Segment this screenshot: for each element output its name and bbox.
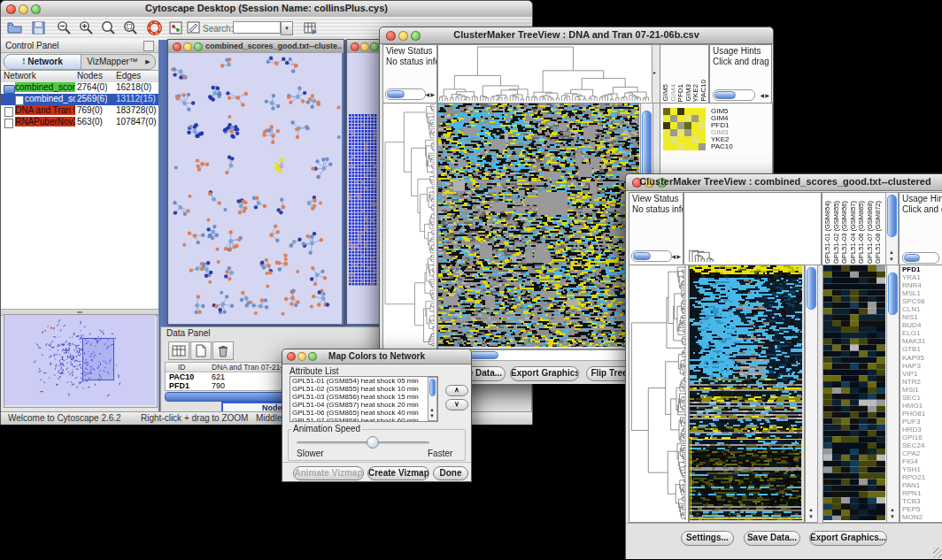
save-data-button[interactable]: Save Data... bbox=[744, 531, 800, 546]
tv2-hints-scrollbar[interactable] bbox=[902, 252, 939, 264]
tv2-heatmap-vscrollbar[interactable]: ▲ ▼ bbox=[805, 265, 818, 523]
gene-label[interactable]: CLN1 bbox=[900, 305, 942, 313]
scroll-left-icon[interactable]: ◀ bbox=[425, 92, 429, 98]
gene-label[interactable]: NIS1 bbox=[900, 313, 942, 321]
export-graphics-button[interactable]: Export Graphics... bbox=[510, 366, 579, 381]
data-col-id[interactable]: ID bbox=[178, 363, 186, 372]
gene-label[interactable]: HRD3 bbox=[900, 426, 942, 433]
gene-label[interactable]: RPN1 bbox=[900, 489, 942, 497]
tv2-column-dendrogram[interactable] bbox=[683, 192, 822, 265]
attribute-list-item[interactable]: GPL51-01 (GSM854) heat shock 05 min bbox=[290, 377, 437, 385]
network-row-selected[interactable]: combined_sco 2569(6) 13112(15) bbox=[1, 94, 158, 105]
gene-label[interactable]: VIP1 bbox=[900, 370, 942, 378]
zoom-in-icon[interactable] bbox=[78, 19, 95, 36]
animate-vizmap-button[interactable]: Animate Vizmap bbox=[293, 466, 364, 480]
gene-label[interactable]: YSH1 bbox=[900, 465, 942, 473]
scroll-down-icon[interactable]: ▼ bbox=[890, 514, 895, 520]
scroll-up-icon[interactable]: ▲ bbox=[890, 507, 895, 513]
close-button[interactable] bbox=[173, 42, 181, 51]
gene-label[interactable]: RPO21 bbox=[900, 473, 942, 481]
gene-label[interactable]: MAK31 bbox=[900, 337, 942, 345]
scroll-right-icon[interactable]: ▶ bbox=[676, 254, 681, 260]
network-row-dna-tran[interactable]: DNA and Tran 07 769(0) 183728(0) bbox=[1, 105, 158, 117]
data-col-attr[interactable]: DNA and Tran 07-21-06 bbox=[212, 363, 291, 372]
scroll-up-icon[interactable]: ▲ bbox=[889, 249, 894, 256]
done-button[interactable]: Done bbox=[433, 466, 468, 480]
tv1-heatmap[interactable] bbox=[437, 103, 642, 349]
attribute-list-item[interactable]: GPL51-06 (GSM865) heat shock 40 min bbox=[290, 409, 437, 417]
new-attribute-icon[interactable] bbox=[190, 341, 212, 360]
col-header-edges[interactable]: Edges bbox=[116, 71, 141, 81]
treeview1-titlebar[interactable]: ClusterMaker TreeView : DNA and Tran 07-… bbox=[380, 27, 773, 44]
attribute-list-item[interactable]: GPL51-02 (GSM855) heat shock 10 min bbox=[290, 385, 437, 393]
gene-label[interactable]: PFD1 bbox=[900, 265, 942, 273]
move-up-button[interactable]: ∧ bbox=[445, 385, 468, 396]
scroll-down-icon[interactable]: ▼ bbox=[808, 514, 814, 520]
annotation-icon[interactable] bbox=[185, 19, 202, 36]
help-ring-icon[interactable] bbox=[146, 19, 163, 36]
attribute-select-icon[interactable] bbox=[168, 341, 189, 360]
gene-label[interactable]: TCB3 bbox=[900, 497, 942, 505]
gene-label[interactable]: HMG1 bbox=[900, 402, 942, 410]
tv2-zoom-heatmap[interactable] bbox=[822, 265, 888, 523]
animation-speed-slider-track[interactable] bbox=[297, 441, 429, 444]
scroll-up-icon[interactable]: ▲ bbox=[429, 407, 435, 413]
gene-label[interactable]: YRA1 bbox=[900, 273, 942, 281]
tv1-row-dendrogram[interactable] bbox=[382, 103, 437, 349]
gene-label[interactable]: PAN1 bbox=[900, 481, 942, 489]
birdseye-viewport[interactable] bbox=[82, 338, 114, 380]
animation-speed-slider-thumb[interactable] bbox=[367, 436, 379, 449]
gene-label[interactable]: SEC1 bbox=[900, 394, 942, 402]
dense-network-canvas[interactable] bbox=[347, 53, 379, 324]
gene-label[interactable]: GTB1 bbox=[900, 345, 942, 353]
scroll-down-icon[interactable]: ▼ bbox=[889, 257, 894, 263]
scroll-down-icon[interactable]: ▼ bbox=[429, 413, 435, 419]
scroll-left-icon[interactable]: ◀ bbox=[671, 254, 676, 260]
gene-label[interactable]: BUD4 bbox=[900, 321, 942, 329]
gene-label[interactable]: ELG1 bbox=[900, 329, 942, 337]
gene-label[interactable]: FIG4 bbox=[900, 457, 942, 465]
close-button[interactable] bbox=[351, 42, 359, 51]
gene-label[interactable]: MON2 bbox=[900, 513, 942, 521]
gene-label[interactable]: GPI16 bbox=[900, 433, 942, 441]
tv1-hints-scrollbar[interactable] bbox=[713, 89, 755, 101]
zoom-button[interactable] bbox=[370, 42, 379, 51]
create-vizmap-button[interactable]: Create Vizmap bbox=[367, 466, 429, 480]
tab-vizmapper[interactable]: VizMapper™ bbox=[82, 55, 143, 69]
attribute-list-item[interactable]: GPL51-07 (GSM868) heat shock 60 min bbox=[290, 417, 437, 422]
gene-label[interactable]: HAP3 bbox=[900, 362, 942, 370]
open-folder-icon[interactable] bbox=[6, 19, 23, 36]
export-graphics-button[interactable]: Export Graphics... bbox=[809, 531, 887, 546]
attribute-list-scrollbar[interactable]: ▲ ▼ bbox=[428, 377, 437, 421]
minimize-button[interactable] bbox=[360, 42, 369, 51]
dialog-titlebar[interactable]: Map Colors to Network bbox=[282, 349, 471, 364]
network-row-combined-scores[interactable]: combined_scores_ 2764(0) 16218(0) bbox=[1, 82, 158, 94]
birdseye-view[interactable] bbox=[4, 314, 158, 408]
network-graph-canvas[interactable] bbox=[168, 53, 342, 324]
tv2-heatmap[interactable] bbox=[689, 265, 805, 523]
scroll-right-icon[interactable]: ▶ bbox=[430, 92, 435, 98]
gene-label[interactable]: RNR4 bbox=[900, 281, 942, 289]
gene-label[interactable]: SEC24 bbox=[900, 441, 942, 449]
col-header-nodes[interactable]: Nodes bbox=[77, 71, 103, 81]
scroll-left-icon[interactable]: ◀ bbox=[760, 93, 764, 99]
delete-attribute-trash-icon[interactable] bbox=[212, 341, 234, 360]
network-list-empty-area[interactable] bbox=[1, 128, 158, 309]
attribute-list-item[interactable]: GPL51-03 (GSM856) heat shock 15 min bbox=[290, 393, 437, 401]
move-down-button[interactable]: ∨ bbox=[445, 399, 468, 410]
tv1-column-dendrogram[interactable] bbox=[437, 44, 652, 104]
tv2-labels-vscrollbar[interactable]: ▲ ▼ bbox=[885, 192, 899, 265]
tab-network[interactable]: ⁝ Network bbox=[4, 55, 81, 69]
gene-label[interactable]: MSL1 bbox=[900, 289, 942, 297]
gene-label[interactable]: CPA2 bbox=[900, 449, 942, 457]
minimize-button[interactable] bbox=[183, 42, 192, 51]
gene-label[interactable]: PUF3 bbox=[900, 418, 942, 426]
col-header-network[interactable]: Network bbox=[4, 71, 36, 81]
table-import-icon[interactable] bbox=[302, 19, 319, 36]
plugin-manager-icon[interactable] bbox=[167, 19, 184, 36]
resize-grip[interactable] bbox=[933, 548, 942, 558]
tv2-zoom-vscrollbar[interactable]: ▲ ▼ bbox=[886, 265, 900, 523]
tab-overflow-button[interactable]: ▶ bbox=[143, 55, 153, 69]
gene-label[interactable]: PHO81 bbox=[900, 410, 942, 418]
gene-label[interactable]: NTR2 bbox=[900, 378, 942, 386]
